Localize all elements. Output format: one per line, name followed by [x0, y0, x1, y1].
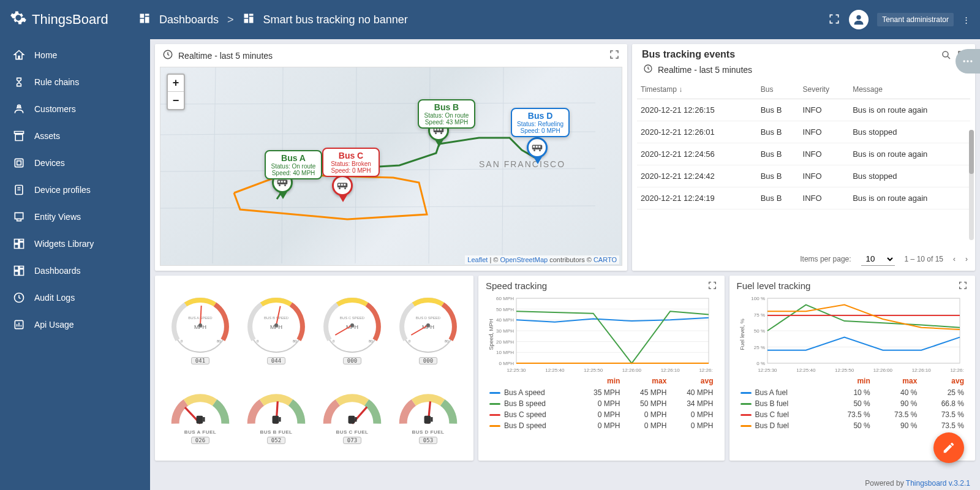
fullscreen-icon[interactable]: [958, 281, 968, 292]
legend-row[interactable]: Bus D speed0 MPH0 MPH0 MPH: [487, 421, 716, 431]
nav-icon: [12, 318, 26, 331]
zoom-out-button[interactable]: −: [168, 92, 184, 109]
col-timestamp[interactable]: Timestamp ↓: [637, 80, 757, 99]
prev-page-icon[interactable]: ‹: [953, 255, 956, 263]
svg-text:80: 80: [445, 339, 449, 343]
bus-label[interactable]: Bus BStatus: On routeSpeed: 43 MPH: [418, 99, 475, 129]
nav-label: Audit Logs: [34, 293, 75, 303]
svg-text:80: 80: [217, 339, 221, 343]
side-drawer-toggle[interactable]: [956, 49, 980, 74]
svg-text:12:25:50: 12:25:50: [835, 368, 854, 373]
svg-text:12:25:40: 12:25:40: [796, 368, 816, 373]
sidebar-item-devices[interactable]: Devices: [0, 149, 150, 176]
svg-point-22: [344, 187, 346, 189]
svg-rect-24: [341, 184, 343, 186]
legend-row[interactable]: Bus A speed35 MPH45 MPH40 MPH: [487, 388, 716, 398]
col-bus[interactable]: Bus: [757, 80, 799, 99]
user-role[interactable]: Tenant administrator: [877, 13, 954, 26]
fullscreen-icon[interactable]: [828, 13, 840, 27]
svg-rect-25: [344, 184, 345, 186]
sidebar-item-api-usage[interactable]: Api Usage: [0, 311, 150, 338]
sidebar-item-home[interactable]: Home: [0, 42, 150, 69]
breadcrumb-root[interactable]: Dashboards: [159, 13, 219, 26]
sidebar-item-entity-views[interactable]: Entity Views: [0, 203, 150, 230]
bus-label[interactable]: Bus DStatus: RefuelingSpeed: 0 MPH: [511, 108, 570, 137]
sidebar-item-customers[interactable]: Customers: [0, 96, 150, 123]
svg-point-27: [533, 149, 535, 151]
svg-rect-23: [338, 184, 340, 186]
col-message[interactable]: Message: [849, 80, 970, 99]
map-timerange[interactable]: Realtime - last 5 minutes: [178, 51, 604, 61]
main: Realtime - last 5 minutes SAN FRANCISCO …: [150, 39, 980, 490]
table-row[interactable]: 2020-12-21 12:26:15Bus BINFOBus is on ro…: [637, 99, 970, 121]
speed-gauge: BUS B SPEED MPH 080 044: [239, 292, 313, 364]
avatar[interactable]: [849, 10, 869, 29]
fullscreen-icon[interactable]: [707, 281, 717, 292]
nav-icon: [12, 156, 26, 170]
sidebar-item-dashboards[interactable]: Dashboards: [0, 257, 150, 284]
legend-row[interactable]: Bus D fuel50 %90 %73.5 %: [738, 421, 967, 431]
events-title: Bus tracking events: [639, 49, 936, 62]
col-severity[interactable]: Severity: [799, 80, 850, 99]
nav-label: Devices: [34, 158, 65, 168]
svg-point-114: [963, 60, 965, 62]
legend-row[interactable]: Bus C fuel73.5 %73.5 %73.5 %: [738, 410, 967, 420]
svg-rect-67: [279, 417, 281, 422]
search-icon[interactable]: [941, 50, 952, 62]
table-row[interactable]: 2020-12-21 12:24:56Bus BINFOBus is on ro…: [637, 143, 970, 165]
sidebar-item-audit-logs[interactable]: Audit Logs: [0, 284, 150, 311]
zoom-control: + −: [167, 74, 185, 110]
legend-row[interactable]: Bus B speed0 MPH50 MPH34 MPH: [487, 399, 716, 409]
bus-pin[interactable]: [527, 137, 549, 164]
zoom-in-button[interactable]: +: [168, 75, 184, 92]
footer: Powered by Thingsboard v.3.2.1: [865, 479, 970, 488]
table-row[interactable]: 2020-12-21 12:24:19Bus BINFOBus is on ro…: [637, 187, 970, 209]
scrollbar[interactable]: [969, 130, 974, 240]
svg-text:12:26:10: 12:26:10: [911, 368, 931, 373]
page-size-select[interactable]: 10: [861, 252, 895, 266]
legend-row[interactable]: Bus C speed0 MPH0 MPH0 MPH: [487, 410, 716, 420]
nav-label: Rule chains: [34, 77, 79, 87]
nav-label: Device profiles: [34, 185, 91, 195]
fuel-chart: 0 %25 %50 %75 %100 %12:25:3012:25:4012:2…: [737, 295, 968, 374]
bus-pin[interactable]: [332, 175, 354, 202]
pager: Items per page: 10 1 – 10 of 15 ‹ ›: [632, 247, 975, 271]
carto-link[interactable]: CARTO: [594, 256, 617, 263]
bus-label[interactable]: Bus AStatus: On routeSpeed: 40 MPH: [265, 150, 322, 179]
osm-link[interactable]: OpenStreetMap: [500, 256, 548, 263]
sidebar-item-rule-chains[interactable]: Rule chains: [0, 69, 150, 96]
nav-icon: [12, 237, 26, 251]
svg-text:10 MPH: 10 MPH: [496, 350, 514, 355]
brand-logo[interactable]: ThingsBoard: [10, 9, 138, 30]
svg-rect-66: [273, 416, 279, 424]
speed-gauge: BUS C SPEED MPH 080 000: [315, 292, 389, 364]
legend-row[interactable]: Bus A fuel10 %40 %25 %: [738, 388, 967, 398]
dashboard-icon: [138, 12, 151, 28]
svg-text:40 MPH: 40 MPH: [496, 317, 514, 323]
nav-icon: [12, 75, 26, 89]
table-row[interactable]: 2020-12-21 12:24:42Bus BINFOBus stopped: [637, 165, 970, 187]
svg-rect-13: [284, 181, 285, 183]
table-row[interactable]: 2020-12-21 12:26:01Bus BINFOBus stopped: [637, 121, 970, 143]
sidebar-item-device-profiles[interactable]: Device profiles: [0, 176, 150, 203]
svg-text:0 %: 0 %: [756, 361, 765, 366]
svg-rect-29: [533, 146, 535, 148]
nav-label: Widgets Library: [34, 239, 94, 249]
more-vert-icon[interactable]: ⋮: [962, 15, 970, 24]
sidebar-item-widgets-library[interactable]: Widgets Library: [0, 230, 150, 257]
svg-rect-30: [536, 146, 538, 148]
leaflet-link[interactable]: Leaflet: [467, 256, 488, 263]
edit-fab[interactable]: [933, 432, 964, 463]
bus-label[interactable]: Bus CStatus: BrokenSpeed: 0 MPH: [322, 148, 380, 177]
fullscreen-icon[interactable]: [609, 49, 620, 62]
svg-rect-64: [203, 417, 205, 422]
sidebar-item-assets[interactable]: Assets: [0, 123, 150, 149]
svg-rect-2: [15, 159, 23, 167]
map-city-label: SAN FRANCISCO: [479, 159, 565, 169]
events-timerange[interactable]: Realtime - last 5 minutes: [658, 65, 752, 75]
legend-row[interactable]: Bus B fuel50 %90 %66.8 %: [738, 399, 967, 409]
version-link[interactable]: Thingsboard v.3.2.1: [906, 479, 970, 488]
map-canvas[interactable]: SAN FRANCISCO + − Leaflet | © OpenStreet…: [160, 67, 622, 266]
next-page-icon[interactable]: ›: [965, 255, 968, 263]
svg-text:75 %: 75 %: [753, 312, 764, 318]
